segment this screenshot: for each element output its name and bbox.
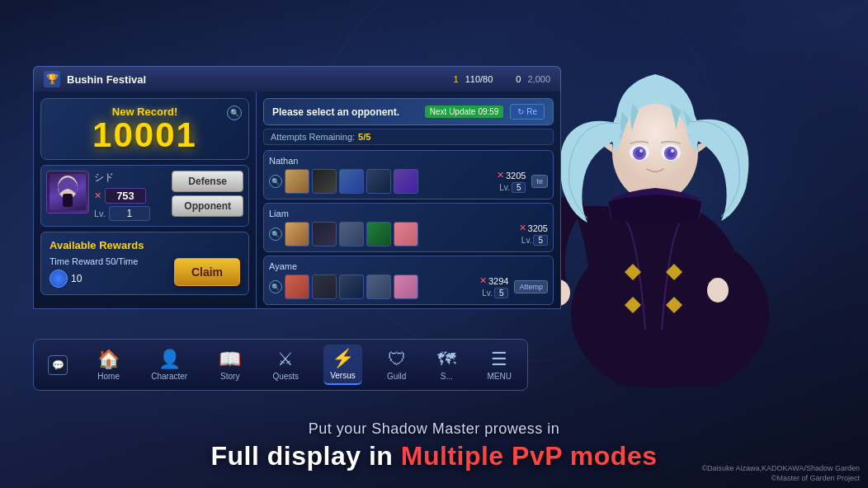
refresh-button[interactable]: ↻ Re	[510, 104, 545, 120]
nav-versus[interactable]: ⚡ Versus	[323, 345, 362, 385]
liam-power-val: 3205	[528, 223, 548, 233]
reward-amount-row: 10	[50, 270, 169, 288]
nav-character-label: Character	[151, 372, 187, 381]
defense-button[interactable]: Defense	[172, 171, 243, 192]
opp-avatar-3	[339, 169, 364, 194]
rewards-section: Available Rewards Time Reward 50/Time 10…	[40, 232, 249, 295]
nav-character[interactable]: 👤 Character	[144, 345, 194, 384]
level-row: Lv. 1	[94, 206, 167, 221]
opponent-liam-search[interactable]: 🔍	[269, 228, 282, 241]
power-row: ✕ 753	[94, 188, 167, 204]
opponent-ayame[interactable]: Ayame 🔍 ✕ 3294 Lv.	[263, 256, 554, 305]
attempts-label: Attempts Remaining:	[271, 132, 355, 142]
score-value: 10001	[51, 118, 238, 152]
character-avatar	[46, 171, 89, 214]
attempts-bar: Attempts Remaining: 5/5	[263, 129, 554, 145]
lv-label2: Lv.	[521, 236, 532, 245]
opponent-ayame-search[interactable]: 🔍	[269, 280, 282, 293]
score-panel: 🔍 New Record! 10001	[40, 98, 249, 160]
character-stats: シド ✕ 753 Lv. 1	[94, 171, 167, 221]
nav-home[interactable]: 🏠 Home	[91, 345, 126, 384]
opponent-ayame-row: 🔍 ✕ 3294 Lv. 5	[269, 274, 548, 299]
rewards-row: Time Reward 50/Time 10 Claim	[50, 256, 240, 288]
ayame-lv-val: 5	[494, 288, 509, 298]
nav-story-label: Story	[220, 372, 239, 381]
reward-icon	[50, 270, 68, 288]
power-icon2: ✕	[519, 223, 526, 233]
navigation-bar: 💬 🏠 Home 👤 Character 📖 Story ⚔ Quests ⚡ …	[33, 339, 528, 391]
nav-menu[interactable]: ☰ MENU	[480, 345, 517, 384]
opp-ayame-av-4	[366, 274, 391, 299]
main-panel: 🏆 Bushin Festival 1 110/80 0 2,000 🔍 New…	[33, 66, 561, 309]
next-update-time: 09:59	[478, 107, 498, 116]
opp-avatar-1	[285, 169, 309, 194]
nathan-lv: Lv. 5	[497, 182, 526, 193]
action-buttons: Defense Opponent	[172, 171, 243, 217]
nav-shop[interactable]: 🗺 S...	[431, 345, 462, 384]
claim-button[interactable]: Claim	[174, 258, 240, 286]
left-column: 🔍 New Record! 10001 シド ✕ 753	[33, 92, 256, 309]
opp-ayame-av-1	[285, 274, 309, 299]
nav-quests[interactable]: ⚔ Quests	[266, 345, 305, 384]
nav-menu-label: MENU	[487, 372, 511, 381]
opp-liam-av-5	[394, 222, 418, 246]
attempts-value: 5/5	[358, 132, 370, 142]
nathan-stats: ✕ 3205 Lv. 5	[497, 170, 526, 193]
menu-icon: ☰	[491, 349, 507, 370]
nathan-power-val: 3205	[506, 171, 526, 181]
header-max-currency: 2,000	[527, 74, 550, 84]
power-icon: ✕	[497, 170, 504, 181]
nav-chat[interactable]: 💬	[43, 352, 73, 378]
main-title-highlight: Multiple PvP modes	[401, 441, 658, 471]
versus-icon: ⚡	[332, 348, 354, 369]
ayame-stats: ✕ 3294 Lv. 5	[479, 275, 508, 298]
header-score: 110/80	[465, 74, 493, 84]
nav-items: 💬 🏠 Home 👤 Character 📖 Story ⚔ Quests ⚡ …	[34, 345, 527, 385]
liam-stats: ✕ 3205 Lv. 5	[519, 223, 548, 246]
right-column: Please select an opponent. Next Update 0…	[256, 92, 561, 309]
nathan-attempt-btn[interactable]: te	[531, 175, 548, 188]
opponent-nathan[interactable]: Nathan 🔍 ✕ 3205 Lv.	[263, 150, 554, 199]
story-icon: 📖	[219, 349, 241, 370]
opp-avatar-4	[366, 169, 391, 194]
chat-icon: 💬	[48, 355, 68, 375]
nav-shop-label: S...	[441, 372, 453, 381]
nav-versus-label: Versus	[330, 371, 356, 380]
opponent-button[interactable]: Opponent	[172, 195, 243, 217]
opponent-ayame-name: Ayame	[269, 261, 548, 271]
nav-story[interactable]: 📖 Story	[212, 345, 248, 384]
time-reward-label: Time Reward 50/Time	[50, 256, 169, 266]
header-currency: 0	[516, 74, 521, 84]
opponent-liam[interactable]: Liam 🔍 ✕ 3205 Lv. 5	[263, 203, 554, 252]
search-icon[interactable]: 🔍	[227, 106, 242, 120]
copyright: ©Daisuke Aizawa,KADOKAWA/Shadow Garden©M…	[701, 463, 860, 484]
character-name-jp: シド	[94, 171, 167, 185]
nav-guild[interactable]: 🛡 Guild	[380, 345, 413, 384]
opp-liam-av-3	[339, 222, 364, 246]
opp-liam-av-4	[366, 222, 391, 246]
rewards-info: Time Reward 50/Time 10	[50, 256, 169, 288]
header-rank: 1	[454, 74, 459, 84]
lv-value: 1	[109, 206, 150, 221]
subtitle-text: Put your Shadow Master prowess in	[0, 420, 868, 438]
ayame-attempt-btn[interactable]: Attemp	[514, 280, 548, 293]
opponent-nathan-name: Nathan	[269, 156, 548, 166]
ayame-power: ✕ 3294	[479, 275, 508, 286]
header-title: Bushin Festival	[67, 73, 447, 86]
lv-label: Lv.	[94, 209, 106, 218]
opp-liam-av-2	[312, 222, 337, 246]
liam-lv: Lv. 5	[519, 235, 548, 246]
opp-avatar-2	[312, 169, 337, 194]
opponent-nathan-search[interactable]: 🔍	[269, 175, 282, 188]
nathan-lv-val: 5	[512, 182, 526, 193]
character-icon: 👤	[158, 349, 181, 370]
lv-label: Lv.	[499, 183, 510, 192]
opponent-liam-row: 🔍 ✕ 3205 Lv. 5	[269, 222, 548, 246]
header-bar: 🏆 Bushin Festival 1 110/80 0 2,000	[33, 66, 561, 92]
character-info-panel: シド ✕ 753 Lv. 1 Defense Opponent	[40, 165, 249, 227]
opp-liam-av-1	[285, 222, 309, 246]
reward-amount: 10	[71, 273, 82, 284]
nav-guild-label: Guild	[387, 372, 406, 381]
nathan-power: ✕ 3205	[497, 170, 526, 181]
next-update-label: Next Update	[430, 107, 476, 116]
